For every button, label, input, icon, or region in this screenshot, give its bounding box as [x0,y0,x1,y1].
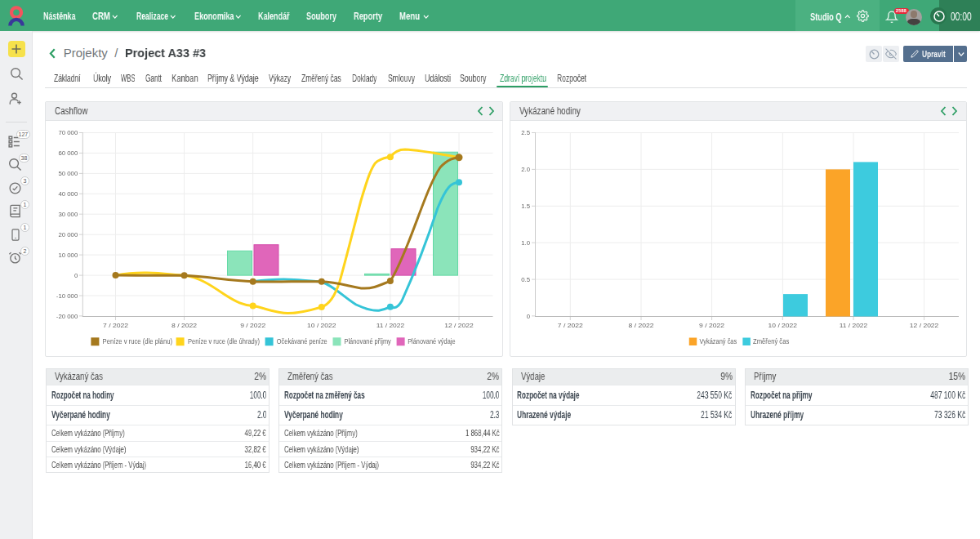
svg-text:8 / 2022: 8 / 2022 [629,322,655,329]
svg-text:70 000: 70 000 [58,129,78,136]
svg-text:50 000: 50 000 [58,170,78,177]
svg-text:Vykázaný čas: Vykázaný čas [700,336,737,345]
svg-text:11 / 2022: 11 / 2022 [840,322,868,329]
svg-text:Peníze v ruce (dle úhrady): Peníze v ruce (dle úhrady) [188,336,260,345]
svg-text:9 / 2022: 9 / 2022 [240,322,266,329]
svg-text:20 000: 20 000 [58,231,78,238]
svg-text:60 000: 60 000 [58,149,78,157]
svg-text:2.0: 2.0 [521,166,531,173]
svg-text:7 / 2022: 7 / 2022 [103,322,129,329]
svg-text:0: 0 [527,313,531,320]
svg-text:-10 000: -10 000 [56,292,78,300]
svg-text:10 / 2022: 10 / 2022 [768,322,798,329]
svg-text:Peníze v ruce (dle plánu): Peníze v ruce (dle plánu) [103,336,172,345]
svg-text:Plánované příjmy: Plánované příjmy [345,336,391,345]
svg-text:2.5: 2.5 [521,129,531,136]
svg-text:30 000: 30 000 [58,211,78,218]
svg-text:1.0: 1.0 [521,239,531,247]
svg-text:10 000: 10 000 [58,252,78,259]
svg-text:40 000: 40 000 [58,190,78,198]
svg-text:10 / 2022: 10 / 2022 [307,322,336,329]
svg-text:9 / 2022: 9 / 2022 [699,322,725,329]
svg-text:12 / 2022: 12 / 2022 [444,322,474,329]
svg-text:Očekávané peníze: Očekávané peníze [277,336,327,345]
svg-text:Změřený čas: Změřený čas [753,336,789,345]
svg-text:12 / 2022: 12 / 2022 [910,322,939,329]
svg-text:11 / 2022: 11 / 2022 [376,322,405,329]
svg-text:0.5: 0.5 [521,276,531,283]
svg-text:1.5: 1.5 [521,203,531,210]
svg-text:8 / 2022: 8 / 2022 [172,322,198,329]
svg-text:-20 000: -20 000 [56,313,78,320]
svg-text:7 / 2022: 7 / 2022 [558,322,584,329]
svg-text:0: 0 [74,272,78,279]
svg-text:Plánované výdaje: Plánované výdaje [408,336,455,345]
